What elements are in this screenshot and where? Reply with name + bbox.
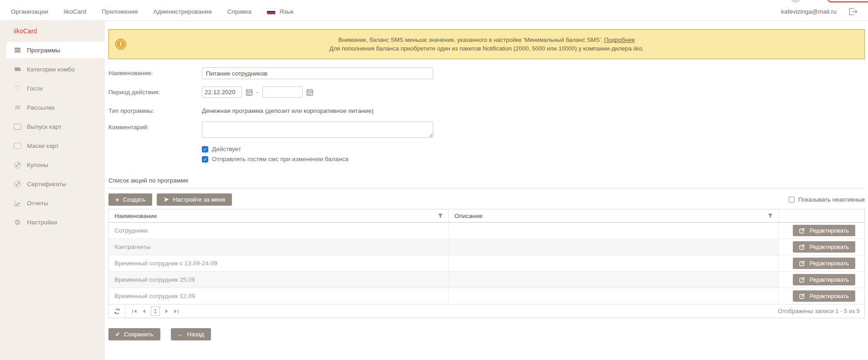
next-page-button[interactable] bbox=[165, 309, 169, 314]
row-name-cell: Временный сотрудник с 13.09-24.09 bbox=[109, 255, 449, 271]
show-inactive-checkbox[interactable] bbox=[789, 197, 795, 203]
comment-textarea[interactable] bbox=[202, 122, 433, 138]
main-content: ! Внимание, баланс SMS меньше значения, … bbox=[105, 21, 868, 360]
active-checkbox-label: Действует bbox=[212, 146, 241, 152]
configure-button-label: Настройте за меня bbox=[173, 196, 225, 203]
table-row[interactable]: Сотрудники Редактировать bbox=[109, 223, 864, 239]
sidebar-item[interactable]: Отчеты bbox=[0, 195, 105, 211]
banner-line1: Внимание, баланс SMS меньше значения, ук… bbox=[339, 36, 603, 43]
row-actions-cell: Редактировать bbox=[779, 288, 864, 304]
table-row[interactable]: Временный сотрудник 25.09 Редактировать bbox=[109, 272, 864, 288]
calendar-icon bbox=[246, 89, 253, 96]
period-from-calendar-button[interactable] bbox=[246, 89, 253, 96]
top-nav-item[interactable]: Администрирование bbox=[153, 8, 212, 15]
heart-icon bbox=[14, 85, 21, 92]
refresh-icon bbox=[114, 308, 120, 314]
sidebar-item-label: Маски карт bbox=[27, 142, 59, 149]
row-description-cell bbox=[449, 272, 779, 288]
top-nav-item[interactable]: iikoCard bbox=[64, 8, 87, 15]
name-label: Наименование: bbox=[108, 67, 202, 79]
language-menu[interactable]: Язык bbox=[267, 8, 294, 15]
row-actions-cell: Редактировать bbox=[779, 255, 864, 271]
period-to-calendar-button[interactable] bbox=[306, 89, 313, 96]
current-page-box[interactable]: 1 bbox=[151, 306, 160, 316]
language-label: Язык bbox=[279, 8, 294, 15]
banner-line2: Для пополнения баланса приобретите один … bbox=[329, 45, 644, 52]
row-actions-cell: Редактировать bbox=[779, 239, 864, 255]
show-inactive-toggle[interactable]: Показывать неактивные bbox=[789, 196, 865, 203]
active-checkbox[interactable]: ✓ bbox=[202, 146, 208, 152]
edit-button[interactable]: Редактировать bbox=[793, 258, 855, 269]
edit-icon bbox=[799, 260, 805, 266]
edit-button-label: Редактировать bbox=[810, 260, 849, 267]
arrow-right-icon bbox=[164, 197, 169, 202]
sidebar-item-label: Настройки bbox=[27, 219, 57, 226]
refresh-button[interactable] bbox=[109, 304, 125, 318]
back-button[interactable]: ← Назад bbox=[171, 328, 211, 340]
certificate-icon bbox=[14, 180, 21, 188]
name-filter-button[interactable] bbox=[438, 213, 443, 218]
save-button[interactable]: ✔ Сохранить bbox=[108, 328, 160, 340]
sidebar-item[interactable]: Категории комбо bbox=[0, 61, 105, 77]
sidebar-item-label: Купоны bbox=[27, 162, 48, 168]
program-type-value: Денежная программа (депозит или корпорат… bbox=[202, 105, 374, 114]
period-from-input[interactable] bbox=[202, 86, 242, 98]
sidebar-item[interactable]: Гости bbox=[0, 80, 105, 96]
sidebar-item[interactable]: Выпуск карт bbox=[0, 118, 105, 135]
prev-page-button[interactable] bbox=[142, 309, 146, 314]
table-row[interactable]: Временный сотрудник с 13.09-24.09 Редакт… bbox=[109, 255, 864, 272]
edit-button-label: Редактировать bbox=[810, 228, 849, 234]
top-navigation-bar: Организации iikoCard Приложения Админист… bbox=[0, 3, 868, 21]
first-page-button[interactable] bbox=[132, 309, 137, 314]
prev-page-icon bbox=[142, 309, 146, 314]
edit-button[interactable]: Редактировать bbox=[793, 274, 855, 285]
filter-icon bbox=[768, 213, 773, 218]
create-button[interactable]: + Создать bbox=[108, 193, 152, 206]
period-to-input[interactable] bbox=[262, 86, 303, 98]
configure-for-me-button[interactable]: Настройте за меня bbox=[157, 193, 232, 206]
filter-icon bbox=[438, 213, 443, 218]
top-nav-item[interactable]: Справка bbox=[227, 8, 252, 15]
create-button-label: Создать bbox=[123, 196, 145, 203]
column-header-name: Наименование bbox=[114, 213, 157, 219]
description-filter-button[interactable] bbox=[768, 213, 773, 218]
warning-coin-icon: ! bbox=[115, 39, 126, 50]
sidebar-item[interactable]: Маски карт bbox=[0, 137, 105, 154]
edit-button[interactable]: Редактировать bbox=[793, 225, 855, 236]
row-actions-cell: Редактировать bbox=[779, 272, 864, 288]
sidebar-item-label: Рассылки bbox=[27, 104, 55, 111]
table-row[interactable]: Временный сотрудник 12.09 Редактировать bbox=[109, 288, 864, 304]
report-icon bbox=[14, 199, 21, 207]
sms-checkbox[interactable]: ✓ bbox=[202, 156, 208, 162]
sidebar-item[interactable]: Купоны bbox=[0, 157, 105, 173]
sidebar-menu: Программы Категории комбо Гости Рассылки bbox=[0, 42, 105, 230]
sidebar-item[interactable]: Сертификаты bbox=[0, 176, 105, 192]
sidebar-item[interactable]: Рассылки bbox=[0, 99, 105, 116]
sidebar-item[interactable]: Программы bbox=[6, 42, 105, 58]
row-name-cell: Временный сотрудник 25.09 bbox=[109, 272, 449, 288]
banner-text: Внимание, баланс SMS меньше значения, ук… bbox=[109, 35, 864, 53]
russian-flag-icon bbox=[267, 9, 275, 14]
mask-icon bbox=[14, 142, 21, 150]
sidebar-item-label: Категории комбо bbox=[27, 66, 75, 73]
name-input[interactable] bbox=[202, 67, 433, 79]
last-page-button[interactable] bbox=[174, 309, 179, 314]
sidebar-item-label: Сертификаты bbox=[27, 181, 66, 188]
logout-button[interactable] bbox=[848, 8, 858, 15]
top-nav-item[interactable]: Организации bbox=[11, 8, 48, 15]
active-checkbox-row[interactable]: ✓ Действует bbox=[202, 146, 865, 152]
sidebar-item-label: Программы bbox=[27, 47, 60, 54]
sidebar-item-label: Отчеты bbox=[27, 200, 48, 207]
edit-button[interactable]: Редактировать bbox=[793, 290, 855, 302]
edit-button[interactable]: Редактировать bbox=[793, 241, 855, 253]
sidebar-item-label: Выпуск карт bbox=[27, 123, 62, 130]
sidebar-item-label: Гости bbox=[27, 85, 42, 92]
banner-details-link[interactable]: Подробнее bbox=[604, 36, 635, 43]
top-nav-item[interactable]: Приложения bbox=[102, 8, 138, 15]
plus-icon: + bbox=[115, 196, 119, 203]
table-row[interactable]: Контрагенты Редактировать bbox=[109, 239, 864, 255]
browser-artifact-red-pill bbox=[827, 0, 868, 2]
arrow-left-icon: ← bbox=[178, 331, 184, 338]
sms-checkbox-row[interactable]: ✓ Отправлять гостям смс при изменении ба… bbox=[202, 156, 865, 162]
sidebar-item[interactable]: Настройки bbox=[0, 214, 105, 230]
